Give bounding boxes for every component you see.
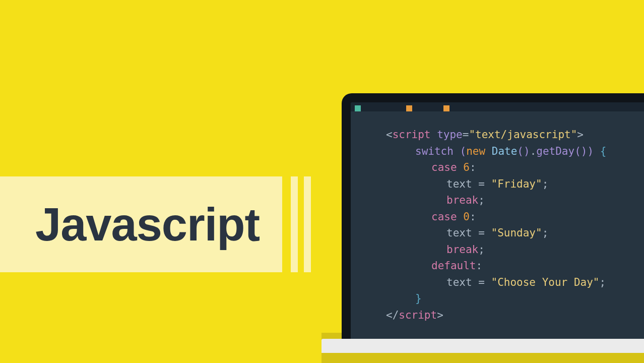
- code-token: 0: [463, 211, 470, 223]
- code-token: (): [517, 145, 530, 157]
- code-token: text: [446, 178, 478, 190]
- code-token: ;: [599, 276, 606, 288]
- code-token: :: [476, 260, 483, 272]
- code-token: {: [594, 145, 606, 157]
- tab-indicator: [406, 105, 412, 111]
- editor-tab-bar: [351, 102, 644, 111]
- code-token: ): [587, 145, 594, 157]
- code-token: (: [460, 145, 467, 157]
- code-token: break: [446, 194, 478, 206]
- code-token: type: [431, 129, 463, 141]
- code-token: case: [431, 211, 463, 223]
- accent-bars: [291, 176, 311, 272]
- code-token: ;: [478, 244, 485, 256]
- code-token: ;: [542, 178, 549, 190]
- code-token: "text/javascript": [469, 129, 577, 141]
- code-token: Date: [492, 145, 518, 157]
- code-token: =: [478, 276, 491, 288]
- code-token: "Sunday": [491, 227, 542, 239]
- code-token: "Choose Your Day": [491, 276, 600, 288]
- code-token: <: [386, 129, 393, 141]
- code-token: text: [446, 227, 478, 239]
- title-banner: Javascript: [0, 176, 282, 272]
- laptop-screen: <script type="text/javascript">switch (n…: [351, 102, 644, 340]
- code-token: :: [470, 211, 476, 223]
- code-editor: <script type="text/javascript">switch (n…: [351, 111, 644, 334]
- code-token: switch: [415, 145, 460, 157]
- accent-bar: [291, 176, 298, 272]
- code-token: script: [399, 309, 437, 321]
- code-token: =: [478, 178, 491, 190]
- code-token: "Friday": [491, 178, 542, 190]
- code-token: ;: [478, 194, 485, 206]
- code-token: >: [577, 129, 584, 141]
- code-token: script: [393, 129, 431, 141]
- code-token: </: [386, 309, 399, 321]
- code-token: .: [530, 145, 537, 157]
- code-token: case: [431, 161, 463, 173]
- code-token: =: [478, 227, 491, 239]
- laptop-base: [321, 339, 644, 353]
- code-token: break: [446, 244, 478, 256]
- code-token: (): [574, 145, 587, 157]
- code-token: =: [463, 129, 469, 141]
- accent-bar: [304, 176, 311, 272]
- tab-indicator: [443, 105, 449, 111]
- code-token: ;: [542, 227, 549, 239]
- page-title: Javascript: [35, 198, 260, 251]
- code-token: new: [466, 145, 492, 157]
- tab-indicator: [462, 105, 598, 111]
- code-token: getDay: [536, 145, 574, 157]
- code-token: 6: [463, 161, 470, 173]
- code-token: }: [415, 292, 422, 305]
- laptop-frame: <script type="text/javascript">switch (n…: [342, 93, 644, 340]
- code-token: >: [437, 309, 443, 321]
- code-token: :: [470, 161, 476, 173]
- tab-indicator: [355, 105, 361, 111]
- code-token: text: [446, 276, 478, 288]
- code-token: default: [431, 260, 476, 272]
